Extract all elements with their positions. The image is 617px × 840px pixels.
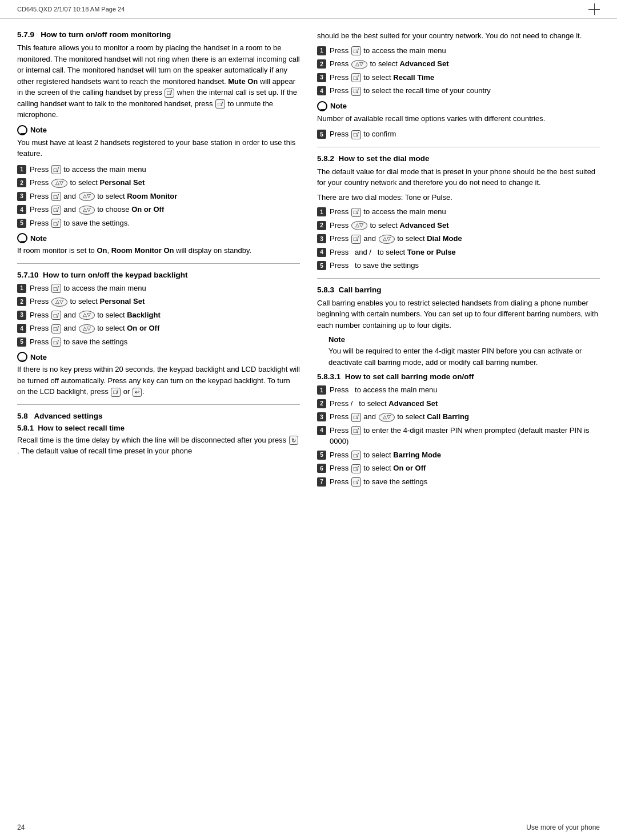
steps-582: 1 Press □/ to access the main menu 2 Pre… <box>317 206 600 271</box>
ok-btn-5831-6: □/ <box>351 464 361 473</box>
note-text-579-1: You must have at least 2 handsets regist… <box>17 137 300 159</box>
step-582-num-3: 3 <box>317 234 326 243</box>
note-box-581: ⎯ Note Number of available recall time o… <box>317 101 600 124</box>
ok-btn-5831-5: □/ <box>351 451 361 460</box>
step-5831-1: 1 Press to access the main menu <box>317 384 600 396</box>
step-581-num-3: 3 <box>317 73 326 82</box>
section-58-title: 5.8 Advanced settings <box>17 412 300 420</box>
page-footer: 24 Use more of your phone <box>17 823 600 831</box>
section-583: 5.8.3 Call barring Call barring enables … <box>317 286 600 488</box>
step-5831-num-6: 6 <box>317 464 326 473</box>
step-581-num-1: 1 <box>317 46 326 55</box>
menu-button-icon2: □/ <box>215 99 225 108</box>
page-container: CD645.QXD 2/1/07 10:18 AM Page 24 5.7.9 … <box>0 0 617 840</box>
section-582-body1: The default value for dial mode that is … <box>317 166 600 188</box>
section-579-body1: This feature allows you to monitor a roo… <box>17 42 300 120</box>
note-box-583: Note You will be required to enter the 4… <box>328 335 600 368</box>
step-581-num-4: 4 <box>317 86 326 95</box>
step-582-num-1: 1 <box>317 207 326 216</box>
step-num-4: 4 <box>17 205 26 214</box>
nav-btn-582-2: △▽ <box>351 221 367 230</box>
step-5710-2: 2 Press △▽ to select Personal Set <box>17 296 300 307</box>
step-5831-num-7: 7 <box>317 477 326 487</box>
step-581-1: 1 Press □/ to access the main menu <box>317 45 600 57</box>
section-579-title: 5.7.9 How to turn on/off room monitoring <box>17 30 300 39</box>
nav-btn-5710-3: △▽ <box>79 311 95 320</box>
header-bar: CD645.QXD 2/1/07 10:18 AM Page 24 <box>0 0 617 19</box>
step-5710-num-4: 4 <box>17 324 26 333</box>
steps-579: 1 Press □/ to access the main menu 2 Pre… <box>17 164 300 229</box>
note-icon-579-1: ⎯ <box>17 125 27 135</box>
ok-btn-5831-4: □/ <box>351 426 361 435</box>
menu-btn-5710: □/ <box>111 388 121 397</box>
step-5831-num-5: 5 <box>317 451 326 460</box>
ok-btn-5710-3: □/ <box>51 311 61 320</box>
section-579: 5.7.9 How to turn on/off room monitoring… <box>17 30 300 256</box>
menu-button-icon: □/ <box>165 89 174 98</box>
ok-btn-581-1: □/ <box>351 46 361 55</box>
step-582-5: 5 Press to save the settings <box>317 260 600 271</box>
section-5831-title: 5.8.3.1 How to set call barring mode on/… <box>317 372 600 381</box>
nav-btn-3: △▽ <box>79 192 95 201</box>
step-581-num-5: 5 <box>317 130 326 139</box>
note-box-579-2: ⎯ Note If room monitor is set to On, Roo… <box>17 233 300 256</box>
step-579-3: 3 Press □/ and △▽ to select Room Monitor <box>17 191 300 202</box>
step-579-1: 1 Press □/ to access the main menu <box>17 164 300 175</box>
step-5710-3: 3 Press □/ and △▽ to select Backlight <box>17 310 300 321</box>
note-header-581: ⎯ Note <box>317 101 600 111</box>
step-5710-5: 5 Press □/ to save the settings <box>17 336 300 348</box>
step-582-2: 2 Press △▽ to select Advanced Set <box>317 220 600 231</box>
nav-btn-5710-4: △▽ <box>79 324 95 333</box>
section-582-body2: There are two dial modes: Tone or Pulse. <box>317 192 600 203</box>
note-icon-579-2: ⎯ <box>17 233 27 243</box>
note-header-5710: ⎯ Note <box>17 352 300 362</box>
step-5831-5: 5 Press □/ to select Barring Mode <box>317 449 600 461</box>
step-581-num-2: 2 <box>317 59 326 69</box>
ok-btn-3: □/ <box>51 192 61 201</box>
step-5831-3: 3 Press □/ and △▽ to select Call Barring <box>317 411 600 423</box>
step-5831-num-4: 4 <box>317 426 326 435</box>
step-5710-num-5: 5 <box>17 337 26 347</box>
section-581-body: Recall time is the time delay by which t… <box>17 435 300 457</box>
ok-btn-5831-7: □/ <box>351 477 361 487</box>
step-582-num-4: 4 <box>317 248 326 257</box>
nav-btn-2: △▽ <box>51 179 67 188</box>
section-5710-title: 5.7.10 How to turn on/off the keypad bac… <box>17 271 300 279</box>
ok-btn-5: □/ <box>51 219 61 228</box>
step-581-3: 3 Press □/ to select Recall Time <box>317 72 600 83</box>
step-5710-num-1: 1 <box>17 284 26 293</box>
steps-581-5: 5 Press □/ to confirm <box>317 128 600 140</box>
content-area: 5.7.9 How to turn on/off room monitoring… <box>0 19 617 502</box>
step-5831-6: 6 Press □/ to select On or Off <box>317 463 600 474</box>
section-58: 5.8 Advanced settings 5.8.1 How to selec… <box>17 412 300 457</box>
step-582-3: 3 Press □/ and △▽ to select Dial Mode <box>317 233 600 244</box>
note-box-5710: ⎯ Note If there is no key press within 2… <box>17 352 300 397</box>
step-num-3: 3 <box>17 192 26 201</box>
header-text: CD645.QXD 2/1/07 10:18 AM Page 24 <box>17 6 125 13</box>
ok-btn-5710-4: □/ <box>51 324 61 333</box>
step-5831-num-1: 1 <box>317 385 326 395</box>
nav-btn-582-3: △▽ <box>379 235 395 244</box>
back-btn-5710: ↩ <box>133 388 142 397</box>
divider-3 <box>317 147 600 147</box>
section-581-cont-body: should be the best suited for your count… <box>317 30 600 42</box>
step-5710-num-2: 2 <box>17 297 26 306</box>
note-text-579-2: If room monitor is set to On, Room Monit… <box>17 245 300 256</box>
step-5831-num-2: 2 <box>317 399 326 408</box>
ok-btn-5710-1: □/ <box>51 284 61 293</box>
note-icon-5710: ⎯ <box>17 352 27 362</box>
section-579-num: 5.7.9 <box>17 30 39 39</box>
step-582-num-2: 2 <box>317 221 326 230</box>
nav-btn-581-2: △▽ <box>351 60 367 69</box>
ok-btn-5831-3: □/ <box>351 413 361 422</box>
step-5710-4: 4 Press □/ and △▽ to select On or Off <box>17 323 300 334</box>
section-581-title: 5.8.1 How to select recall time <box>17 424 300 432</box>
step-581-4: 4 Press □/ to select the recall time of … <box>317 85 600 97</box>
step-582-num-5: 5 <box>317 261 326 270</box>
step-5831-4: 4 Press □/ to enter the 4-digit master P… <box>317 425 600 447</box>
section-583-title: 5.8.3 Call barring <box>317 286 600 294</box>
note-icon-581: ⎯ <box>317 101 327 111</box>
ok-btn-4: □/ <box>51 206 61 215</box>
ok-btn-581-4: □/ <box>351 87 361 96</box>
ok-btn-5710-5: □/ <box>51 337 61 347</box>
